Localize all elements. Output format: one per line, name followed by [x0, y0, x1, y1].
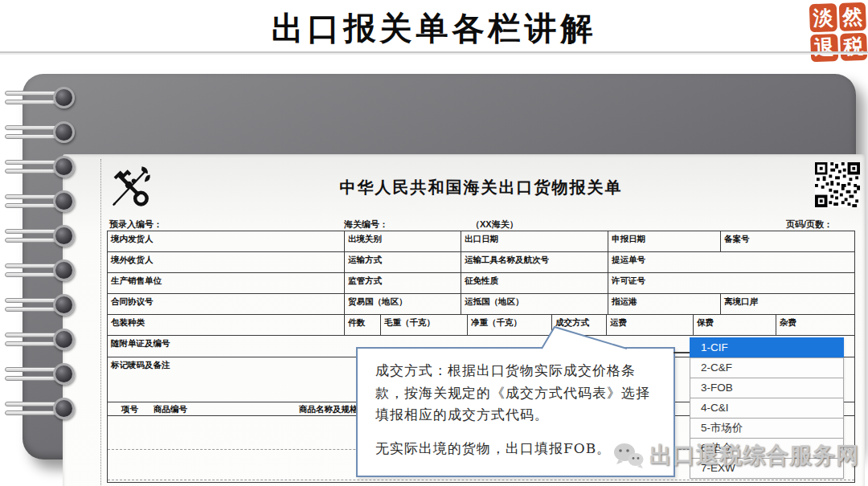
cell-arrival-country: 运抵国（地区）	[461, 293, 608, 315]
spiral-ring	[3, 366, 80, 389]
cell-bill-no: 提运单号	[608, 251, 855, 273]
page-title: 出口报关单各栏讲解	[0, 6, 868, 51]
slide: 出口报关单各栏讲解 淡 然 退 税 中华人民共和国海关出口货物报关单	[0, 0, 868, 486]
spiral-ring	[3, 90, 80, 112]
spiral-ring	[3, 125, 80, 147]
item-row-divider	[108, 480, 854, 480]
spiral-ring	[3, 263, 80, 285]
watermark: 出口退税综合服务网	[612, 440, 859, 471]
col-item-no: 项号	[121, 404, 138, 415]
header-divider	[0, 53, 868, 55]
callout-text-1: 成交方式：根据出口货物实际成交价格条款，按海关规定的《成交方式代码表》选择填报相…	[375, 360, 659, 427]
notebook-frame: 中华人民共和国海关出口货物报关单	[23, 74, 856, 459]
cell-transport-name-voyage: 运输工具名称及航次号	[461, 251, 608, 273]
cell-exit-port: 离境口岸	[720, 293, 855, 315]
cell-levy-nature: 征免性质	[461, 272, 608, 294]
spiral-ring	[3, 401, 80, 423]
paper-margin-line	[100, 159, 101, 486]
callout-connector-line	[674, 352, 690, 353]
spiral-ring	[3, 297, 80, 320]
spiral-ring	[3, 194, 80, 216]
wechat-icon	[612, 442, 645, 469]
watermark-text: 出口退税综合服务网	[649, 440, 859, 471]
customs-declaration-form: 中华人民共和国海关出口货物报关单	[63, 154, 865, 486]
dropdown-option-market-price[interactable]: 5-市场价	[690, 418, 844, 439]
pre-entry-no-label: 预录入编号：	[109, 218, 162, 231]
dropdown-option-fob[interactable]: 3-FOB	[690, 378, 844, 398]
seal-char: 退	[810, 34, 838, 63]
callout-pointer	[541, 325, 628, 349]
cell-trade-country: 贸易国（地区）	[344, 293, 461, 315]
cell-consignor: 境内发货人	[107, 231, 345, 252]
cell-contract-no: 合同协议号	[107, 293, 345, 315]
cell-packing-type: 包装种类	[107, 314, 345, 336]
form-title: 中华人民共和国海关出口货物报关单	[107, 177, 855, 198]
cell-insurance: 保费	[693, 314, 776, 336]
cell-export-date: 出口日期	[461, 231, 608, 252]
cell-gross-weight: 毛重（千克）	[380, 314, 468, 336]
cell-overseas-consignee: 境外收货人	[107, 251, 345, 273]
col-commodity-code: 商品编号	[154, 404, 187, 415]
cell-destination-port: 指运港	[608, 293, 721, 315]
cell-producer-seller: 生产销售单位	[107, 272, 345, 294]
dropdown-option-cf[interactable]: 2-C&F	[690, 357, 844, 378]
customs-office-label: （XX海关）	[471, 218, 518, 231]
cell-net-weight: 净重（千克）	[467, 314, 552, 336]
dropdown-option-ci[interactable]: 4-C&I	[690, 398, 844, 419]
customs-no-label: 海关编号：	[344, 218, 388, 231]
cell-transport-mode: 运输方式	[344, 251, 461, 273]
spiral-ring	[3, 228, 80, 251]
page-number-label: 页码/页数：	[786, 218, 833, 231]
dropdown-option-cif[interactable]: 1-CIF	[690, 337, 844, 358]
cell-supervision-mode: 监管方式	[344, 272, 461, 294]
qr-code	[815, 162, 860, 207]
cell-misc-fees: 杂费	[776, 314, 855, 336]
spiral-ring	[3, 332, 80, 354]
seal-char: 然	[838, 2, 866, 31]
cell-licence-no: 许可证号	[608, 272, 855, 294]
cell-record-no: 备案号	[720, 231, 855, 252]
seal-char: 税	[840, 32, 868, 61]
cell-piece-count: 件数	[344, 314, 381, 336]
seal-char: 淡	[809, 3, 837, 32]
spiral-ring	[3, 159, 80, 182]
cell-declare-date: 申报日期	[608, 231, 721, 252]
cell-exit-customs: 出境关别	[344, 231, 461, 252]
